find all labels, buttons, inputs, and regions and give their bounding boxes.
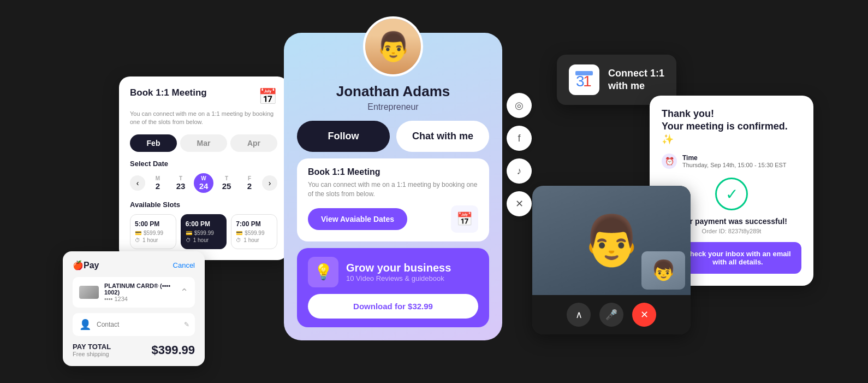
- date-day-w: W: [201, 175, 206, 181]
- applepay-card-row: PLATINUM CARD® (•••• 1002) •••• 1234 ⌃: [73, 277, 195, 308]
- gcal-icon: 3 1: [569, 64, 599, 95]
- select-date-label: Select Date: [130, 160, 277, 168]
- date-next-button[interactable]: ›: [262, 175, 277, 191]
- date-day-f: F: [239, 175, 260, 181]
- slots-row: 5:00 PM 💳 $599.99 ⏱ 1 hour 6:00 PM 💳 $59…: [130, 214, 277, 249]
- grow-icon: 💡: [308, 257, 338, 287]
- video-controls: ∧ 🎤 ✕: [532, 295, 691, 334]
- month-tab-feb[interactable]: Feb: [130, 134, 177, 152]
- booking-calendar-icon: 📅: [258, 87, 277, 105]
- date-day-t1: T: [170, 175, 191, 181]
- clock-icon-2: ⏱: [186, 237, 191, 243]
- video-call-card: 👨 👦 ∧ 🎤 ✕: [532, 186, 691, 334]
- applepay-cancel-button[interactable]: Cancel: [173, 261, 195, 269]
- slot-700pm-duration: ⏱ 1 hour: [236, 237, 272, 243]
- profile-actions: Follow Chat with me: [297, 121, 489, 152]
- confirm-time-value: Thursday, Sep 14th, 15:00 - 15:30 EST: [682, 162, 787, 168]
- date-num-25: 25: [216, 181, 237, 191]
- video-up-button[interactable]: ∧: [567, 303, 591, 327]
- booking-header: Book 1:1 Meeting 📅: [130, 87, 277, 105]
- slot-500pm-dur-val: 1 hour: [142, 237, 158, 243]
- confirm-title: Thank you!Your meeting is confirmed. ✨: [662, 108, 801, 146]
- clock-icon: ⏱: [135, 237, 140, 243]
- date-num-24: 24: [199, 181, 209, 191]
- confirm-time-info: Time Thursday, Sep 14th, 15:00 - 15:30 E…: [682, 154, 787, 168]
- profile-title: Entrepreneur: [367, 102, 418, 112]
- applepay-header: 🍎Pay Cancel: [73, 260, 195, 270]
- social-facebook-button[interactable]: f: [507, 126, 532, 151]
- booking-header-left: Book 1:1 Meeting: [130, 87, 207, 98]
- slot-600pm[interactable]: 6:00 PM 💳 $599.99 ⏱ 1 hour: [181, 214, 227, 249]
- slot-600pm-time: 6:00 PM: [186, 220, 222, 228]
- applepay-card-select[interactable]: ⌃: [180, 286, 188, 298]
- slot-700pm[interactable]: 7:00 PM 💳 $599.99 ⏱ 1 hour: [231, 214, 277, 249]
- applepay-contact-edit[interactable]: ✎: [184, 321, 189, 328]
- slot-500pm[interactable]: 5:00 PM 💳 $599.99 ⏱ 1 hour: [130, 214, 176, 249]
- applepay-contact-input[interactable]: [97, 321, 179, 328]
- confirm-title-text: Thank you!Your meeting is confirmed.: [662, 108, 788, 132]
- date-item-23[interactable]: T 23: [170, 175, 191, 191]
- slot-600pm-price: 💳 $599.99: [186, 230, 222, 236]
- follow-button[interactable]: Follow: [297, 121, 390, 152]
- slot-700pm-price: 💳 $599.99: [236, 230, 272, 236]
- date-item-25[interactable]: T 25: [216, 175, 237, 191]
- slot-700pm-dur-val: 1 hour: [243, 237, 259, 243]
- date-day-t2: T: [216, 175, 237, 181]
- slot-600pm-dur-val: 1 hour: [193, 237, 209, 243]
- booking-card: Book 1:1 Meeting 📅 You can connect with …: [119, 76, 288, 260]
- applepay-contact-icon: 👤: [79, 319, 91, 331]
- slots-label: Available Slots: [130, 201, 277, 209]
- avatar-image: 👨: [365, 19, 421, 74]
- booking-mini-footer: View Avaiable Dates 📅: [308, 205, 478, 233]
- video-main-area: 👨 👦: [532, 186, 691, 295]
- applepay-pay-total-label: PAY TOTAL: [73, 343, 111, 351]
- video-pip-person: 👦: [651, 259, 676, 282]
- date-num-f: 2: [239, 181, 260, 191]
- card-icon: 💳: [135, 230, 141, 236]
- applepay-card-info: PLATINUM CARD® (•••• 1002) •••• 1234: [104, 282, 175, 302]
- clock-icon-3: ⏱: [236, 237, 241, 243]
- social-instagram-button[interactable]: ◎: [507, 93, 532, 118]
- card-icon-3: 💳: [236, 230, 242, 236]
- calendar-mini-icon: 📅: [451, 205, 478, 233]
- video-end-button[interactable]: ✕: [632, 303, 656, 327]
- video-pip: 👦: [641, 251, 685, 290]
- date-selected-wrapper: W 24: [194, 173, 213, 193]
- month-tab-mar[interactable]: Mar: [180, 134, 227, 152]
- view-dates-button[interactable]: View Avaiable Dates: [308, 208, 407, 230]
- card-icon-2: 💳: [186, 230, 192, 236]
- slot-700pm-price-val: $599.99: [245, 230, 264, 236]
- social-tiktok-button[interactable]: ♪: [507, 158, 532, 184]
- booking-title: Book 1:1 Meeting: [130, 87, 207, 98]
- date-num-2: 2: [147, 181, 168, 191]
- grow-subtitle: 10 Video Reviews & guidebook: [346, 274, 451, 282]
- date-item-24[interactable]: W 24: [193, 173, 214, 193]
- applepay-card: 🍎Pay Cancel PLATINUM CARD® (•••• 1002) •…: [63, 251, 205, 366]
- grow-card: 💡 Grow your business 10 Video Reviews & …: [297, 248, 489, 327]
- month-tab-apr[interactable]: Apr: [230, 134, 277, 152]
- social-icons: ◎ f ♪ ✕: [507, 93, 532, 216]
- chat-button[interactable]: Chat with me: [396, 121, 489, 152]
- download-button[interactable]: Download for $32.99: [308, 294, 478, 319]
- video-mic-button[interactable]: 🎤: [599, 303, 623, 327]
- date-item-f[interactable]: F 2: [239, 175, 260, 191]
- applepay-total-info: PAY TOTAL Free shipping: [73, 343, 111, 357]
- slot-600pm-price-val: $599.99: [194, 230, 214, 236]
- date-row: ‹ M 2 T 23 W 24 T 25 F 2 ›: [130, 173, 277, 193]
- confirm-time-row: ⏰ Time Thursday, Sep 14th, 15:00 - 15:30…: [662, 154, 801, 169]
- confirm-email-label: Check your inbox with an email with all …: [683, 250, 793, 266]
- social-x-button[interactable]: ✕: [507, 191, 532, 216]
- svg-rect-3: [575, 71, 593, 75]
- date-prev-button[interactable]: ‹: [130, 175, 145, 191]
- slot-500pm-price-val: $599.99: [144, 230, 163, 236]
- date-num-23: 23: [170, 181, 191, 191]
- applepay-contact-row: 👤 ✎: [73, 313, 195, 336]
- month-tabs: Feb Mar Apr: [130, 134, 277, 152]
- video-person-main: 👨: [581, 212, 642, 269]
- booking-mini-title: Book 1:1 Meeting: [308, 167, 478, 177]
- date-item-2[interactable]: M 2: [147, 175, 168, 191]
- confirm-time-icon: ⏰: [662, 154, 677, 169]
- profile-name: Jonathan Adams: [336, 83, 450, 100]
- applepay-logo: 🍎Pay: [73, 260, 99, 270]
- sparkle-icon: ✨: [662, 134, 674, 145]
